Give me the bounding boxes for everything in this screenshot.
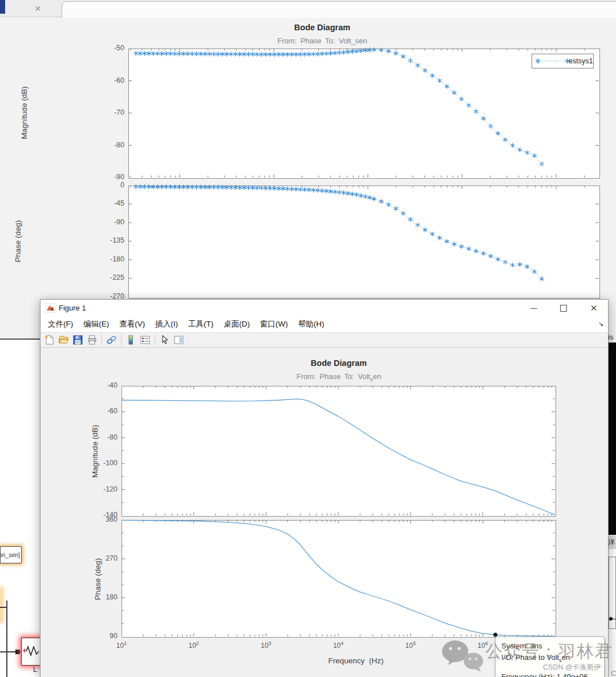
menubar-overflow-arrow[interactable]: ↘ [598, 320, 603, 328]
fig1-chart-title: Bode Diagram [259, 358, 419, 368]
legend-box[interactable]: estsys1 [532, 54, 594, 68]
bg-magnitude-ylabel: Magnitude (dB) [20, 79, 29, 147]
resistor-block[interactable]: + [21, 638, 41, 666]
menu-item-6[interactable]: 窗口(W) [255, 317, 293, 331]
right-wire-dot [609, 617, 613, 620]
tick-label: 270 [83, 554, 117, 562]
maximize-button[interactable] [554, 302, 573, 315]
menu-item-7[interactable]: 帮助(H) [293, 317, 330, 331]
tick-label: -90 [90, 173, 124, 181]
minimize-button[interactable] [524, 302, 544, 315]
tick-label: 180 [83, 593, 117, 601]
menu-item-5[interactable]: 桌面(D) [218, 317, 255, 331]
tick-label: -60 [90, 76, 124, 84]
fig1-xlabel: Frequency (Hz) [299, 656, 413, 665]
tick-label: -60 [83, 407, 117, 415]
fig1-chart-subtitle: From: Phase To: Voltsen [248, 372, 430, 382]
port-plus-sign: + [22, 646, 27, 655]
bg-magnitude-plot-area[interactable] [128, 49, 600, 179]
tick-label: -100 [83, 459, 117, 467]
matlab-logo-icon [46, 303, 55, 313]
print-icon[interactable] [85, 333, 99, 346]
tick-label: -40 [83, 381, 117, 389]
tick-label: 360 [83, 515, 117, 523]
bg-phase-plot-area[interactable] [128, 186, 600, 299]
save-icon[interactable] [71, 333, 85, 346]
wire-horizontal-upper [0, 607, 7, 608]
document-tab[interactable] [62, 1, 616, 18]
insert-colorbar-icon[interactable] [124, 333, 138, 346]
menu-item-4[interactable]: 工具(T) [183, 317, 218, 331]
edit-plot-cursor-icon[interactable] [157, 333, 172, 346]
legend-line-sample [533, 54, 571, 68]
fig1-phase-plot-area[interactable] [121, 520, 556, 638]
x-tick-label: 104 [327, 640, 350, 650]
property-inspector-icon[interactable] [172, 333, 186, 346]
menu-item-3[interactable]: 插入(I) [150, 317, 183, 331]
figure-titlebar[interactable]: Figure 1 ✕ [40, 300, 608, 316]
link-plot-icon[interactable] [104, 333, 119, 346]
fig1-magnitude-plot-area[interactable] [121, 386, 556, 517]
dark-window-strip [607, 342, 616, 535]
selection-glow-fragment [0, 587, 3, 623]
tick-label: -80 [90, 141, 124, 149]
wire-vertical [6, 601, 7, 677]
figure-window: Figure 1 ✕ 文件(F)编辑(E)查看(V)插入(I)工具(T)桌面(D… [40, 299, 609, 677]
fig1-magnitude-ylabel: Magnitude (dB) [91, 417, 99, 486]
wire-junction [15, 650, 20, 654]
tick-label: -135 [90, 236, 124, 244]
bg-chart-subtitle: From: Phase To: Volt_sen [231, 37, 414, 45]
tick-label: 0 [90, 181, 124, 189]
simulink-goto-tag[interactable]: ori_sen] [0, 546, 22, 563]
datatip-system: System: ans [501, 640, 604, 652]
bg-phase-ylabel: Phase (deg) [14, 210, 22, 273]
x-tick-label: 106 [472, 640, 495, 650]
x-tick-label: 101 [110, 640, 133, 650]
toolbar-separator [155, 335, 155, 346]
tab-accent-mark [0, 0, 5, 14]
tick-label: -70 [90, 108, 124, 116]
tick-label: -50 [90, 44, 124, 52]
figure-menubar: 文件(F)编辑(E)查看(V)插入(I)工具(T)桌面(D)窗口(W)帮助(H) [40, 316, 608, 332]
figure-window-title: Figure 1 [59, 304, 86, 312]
bg-chart-title: Bode Diagram [242, 23, 402, 32]
datatip-io: I/O: Phase to Voltsen [501, 652, 604, 666]
datatip[interactable]: System: ans I/O: Phase to Voltsen Freque… [495, 636, 605, 677]
toolbar-separator [121, 335, 121, 346]
tick-label: -45 [90, 199, 124, 207]
tick-label: -180 [90, 255, 124, 263]
close-button[interactable]: ✕ [584, 302, 603, 315]
x-tick-label: 102 [183, 640, 205, 650]
tick-label: 90 [83, 632, 117, 640]
tick-label: -80 [83, 433, 117, 441]
menu-item-2[interactable]: 查看(V) [114, 317, 150, 331]
figure-toolbar [40, 332, 608, 348]
right-edge-text: is [608, 333, 613, 341]
x-tick-label: 103 [254, 640, 277, 650]
insert-legend-icon[interactable] [138, 333, 152, 346]
tick-label: -225 [90, 273, 124, 281]
open-file-icon[interactable] [56, 333, 71, 346]
tick-label: -120 [83, 485, 117, 493]
tab-close-icon[interactable]: ✕ [32, 3, 43, 14]
menu-item-0[interactable]: 文件(F) [43, 317, 78, 331]
menu-item-1[interactable]: 编辑(E) [78, 317, 114, 331]
block-label: L [33, 666, 37, 674]
tick-label: -90 [90, 218, 124, 226]
panel-edge-line [0, 338, 40, 340]
toolbar-separator [102, 335, 102, 346]
datatip-frequency: Frequency (Hz): 1.49e+06 [501, 671, 604, 677]
screen: ✕ Bode Diagram From: Phase To: Volt_sen … [0, 0, 616, 677]
legend-label: estsys1 [569, 57, 593, 65]
editor-tab-bar: ✕ [0, 0, 616, 17]
new-file-icon[interactable] [42, 333, 56, 346]
x-tick-label: 105 [399, 640, 422, 650]
